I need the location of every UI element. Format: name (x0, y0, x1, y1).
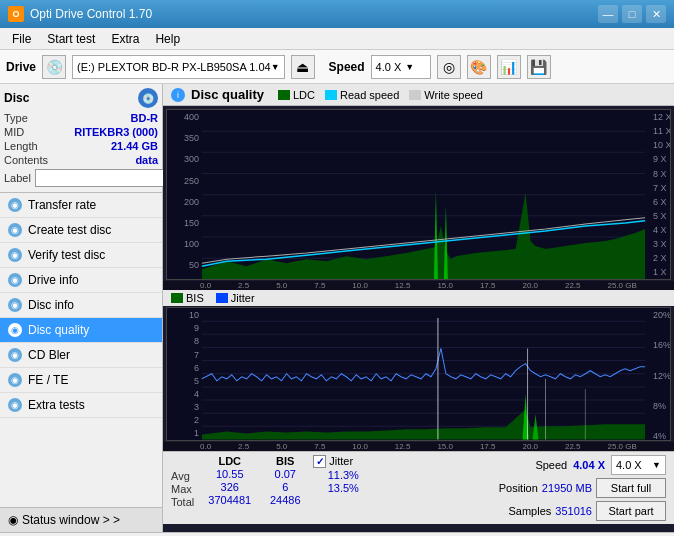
save-button[interactable]: 💾 (527, 55, 551, 79)
bis-avg: 0.07 (265, 468, 305, 480)
start-full-button[interactable]: Start full (596, 478, 666, 498)
position-label: Position (499, 482, 538, 494)
svg-text:2: 2 (194, 416, 199, 426)
minimize-button[interactable]: — (598, 5, 618, 23)
svg-text:8: 8 (194, 337, 199, 347)
drive-select[interactable]: (E:) PLEXTOR BD-R PX-LB950SA 1.04 ▼ (72, 55, 285, 79)
jitter-checkbox-row[interactable]: ✓ Jitter (313, 455, 373, 468)
speed-select[interactable]: 4.0 X ▼ (371, 55, 431, 79)
disc-type-value: BD-R (131, 112, 159, 124)
nav-items: ◉ Transfer rate ◉ Create test disc ◉ Ver… (0, 193, 162, 507)
app-title: Opti Drive Control 1.70 (30, 7, 152, 21)
legend-ldc-label: LDC (293, 89, 315, 101)
ldc-col: LDC 10.55 326 3704481 (202, 455, 257, 506)
disc-length-label: Length (4, 140, 38, 152)
speed-label: Speed (329, 60, 365, 74)
speed-info: Speed 4.04 X 4.0 X ▼ (535, 455, 666, 475)
read-speed-color (325, 90, 337, 100)
verify-test-disc-icon: ◉ (8, 248, 22, 262)
svg-text:1: 1 (194, 429, 199, 439)
svg-text:2 X: 2 X (653, 253, 666, 263)
sidebar-item-transfer-rate[interactable]: ◉ Transfer rate (0, 193, 162, 218)
chart-header-icon: i (171, 88, 185, 102)
close-button[interactable]: ✕ (646, 5, 666, 23)
app-icon: O (8, 6, 24, 22)
disc-mid-label: MID (4, 126, 24, 138)
menu-help[interactable]: Help (147, 30, 188, 48)
jitter-header: Jitter (329, 455, 353, 467)
disc-length-value: 21.44 GB (111, 140, 158, 152)
drive-info-icon: ◉ (8, 273, 22, 287)
disc-length-row: Length 21.44 GB (4, 140, 158, 152)
svg-text:8 X: 8 X (653, 168, 666, 178)
chart-top-svg: 400 350 300 250 200 150 100 50 12 X 11 X… (167, 110, 670, 279)
eject-button[interactable]: ⏏ (291, 55, 315, 79)
sidebar-item-create-test-disc[interactable]: ◉ Create test disc (0, 218, 162, 243)
svg-text:12%: 12% (653, 371, 670, 381)
sidebar-item-label: Drive info (28, 273, 79, 287)
disc-type-label: Type (4, 112, 28, 124)
toolbar-btn-2[interactable]: 🎨 (467, 55, 491, 79)
svg-text:350: 350 (184, 133, 199, 143)
svg-text:5: 5 (194, 376, 199, 386)
toolbar-btn-1[interactable]: ◎ (437, 55, 461, 79)
sidebar-item-drive-info[interactable]: ◉ Drive info (0, 268, 162, 293)
legend-write-speed-label: Write speed (424, 89, 483, 101)
statusbar: Test completed 100.0% 30:41 (0, 532, 674, 536)
chart-top: 400 350 300 250 200 150 100 50 12 X 11 X… (166, 109, 671, 280)
jitter-max: 13.5% (313, 482, 373, 494)
sidebar-item-label: Disc quality (28, 323, 89, 337)
sidebar-item-label: CD Bler (28, 348, 70, 362)
bis-col: BIS 0.07 6 24486 (265, 455, 305, 506)
write-speed-color (409, 90, 421, 100)
menu-extra[interactable]: Extra (103, 30, 147, 48)
maximize-button[interactable]: □ (622, 5, 642, 23)
svg-text:400: 400 (184, 112, 199, 122)
legend-write-speed: Write speed (409, 89, 483, 101)
titlebar: O Opti Drive Control 1.70 — □ ✕ (0, 0, 674, 28)
jitter-checkbox[interactable]: ✓ (313, 455, 326, 468)
disc-icon[interactable]: 💿 (138, 88, 158, 108)
disc-contents-label: Contents (4, 154, 48, 166)
disc-contents-row: Contents data (4, 154, 158, 166)
svg-text:3 X: 3 X (653, 239, 666, 249)
cd-bler-icon: ◉ (8, 348, 22, 362)
disc-contents-value: data (135, 154, 158, 166)
disc-section: Disc 💿 Type BD-R MID RITEKBR3 (000) Leng… (0, 84, 162, 193)
chart-header: i Disc quality LDC Read speed Write spee… (163, 84, 674, 106)
svg-text:150: 150 (184, 218, 199, 228)
sidebar-item-cd-bler[interactable]: ◉ CD Bler (0, 343, 162, 368)
svg-text:3: 3 (194, 402, 199, 412)
sidebar-item-fe-te[interactable]: ◉ FE / TE (0, 368, 162, 393)
start-part-button[interactable]: Start part (596, 501, 666, 521)
ldc-max: 326 (202, 481, 257, 493)
menu-file[interactable]: File (4, 30, 39, 48)
sidebar-item-disc-quality[interactable]: ◉ Disc quality (0, 318, 162, 343)
menubar: File Start test Extra Help (0, 28, 674, 50)
bis-total: 24486 (265, 494, 305, 506)
svg-text:200: 200 (184, 197, 199, 207)
svg-text:5 X: 5 X (653, 211, 666, 221)
svg-text:250: 250 (184, 176, 199, 186)
sidebar-item-label: FE / TE (28, 373, 68, 387)
left-panel: Disc 💿 Type BD-R MID RITEKBR3 (000) Leng… (0, 84, 163, 532)
x-labels-bottom: 0.02.55.07.510.012.515.017.520.022.525.0… (163, 442, 674, 451)
stats-labels-col: Avg Max Total (171, 455, 194, 508)
disc-label-input[interactable] (35, 169, 168, 187)
status-window-button[interactable]: ◉ Status window > > (0, 507, 162, 532)
toolbar-btn-3[interactable]: 📊 (497, 55, 521, 79)
speed-dropdown[interactable]: 4.0 X ▼ (611, 455, 666, 475)
legend-jitter-label: Jitter (231, 292, 255, 304)
ldc-color (278, 90, 290, 100)
speed-info-value: 4.04 X (573, 459, 605, 471)
sidebar-item-verify-test-disc[interactable]: ◉ Verify test disc (0, 243, 162, 268)
sidebar-item-extra-tests[interactable]: ◉ Extra tests (0, 393, 162, 418)
svg-text:12 X: 12 X (653, 112, 670, 122)
sidebar-item-label: Extra tests (28, 398, 85, 412)
bis-header: BIS (265, 455, 305, 467)
sidebar-item-disc-info[interactable]: ◉ Disc info (0, 293, 162, 318)
svg-text:16%: 16% (653, 341, 670, 351)
drive-icon: 💿 (42, 55, 66, 79)
legend-read-speed-label: Read speed (340, 89, 399, 101)
menu-start-test[interactable]: Start test (39, 30, 103, 48)
